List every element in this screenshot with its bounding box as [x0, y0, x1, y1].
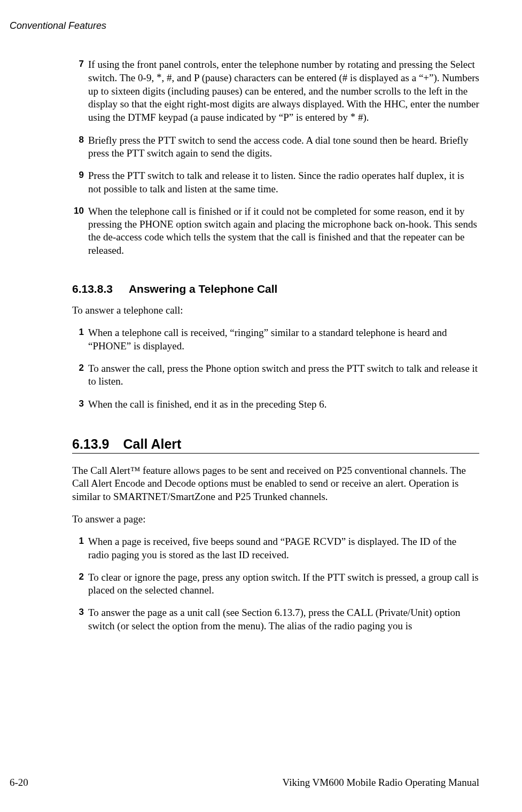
list-item: 10 When the telephone call is finished o… — [72, 205, 479, 257]
paragraph: To answer a telephone call: — [72, 304, 479, 317]
step-number: 7 — [72, 58, 84, 124]
section-heading: 6.13.8.3Answering a Telephone Call — [72, 283, 479, 295]
paragraph: To answer a page: — [72, 513, 479, 526]
list-item: 1 When a telephone call is received, “ri… — [72, 326, 479, 353]
step-number: 1 — [72, 535, 84, 561]
list-item: 3 When the call is finished, end it as i… — [72, 398, 479, 411]
step-text: To clear or ignore the page, press any o… — [88, 571, 479, 597]
document-title: Viking VM600 Mobile Radio Operating Manu… — [283, 777, 479, 788]
step-text: When the telephone call is finished or i… — [88, 205, 479, 257]
section-title: Call Alert — [123, 436, 182, 451]
page-footer: 6-20 Viking VM600 Mobile Radio Operating… — [10, 777, 479, 788]
step-text: Briefly press the PTT switch to send the… — [88, 134, 479, 160]
step-number: 8 — [72, 134, 84, 160]
list-item: 2 To clear or ignore the page, press any… — [72, 571, 479, 597]
list-item: 8 Briefly press the PTT switch to send t… — [72, 134, 479, 160]
section-number: 6.13.8.3 — [72, 283, 113, 295]
list-item: 2 To answer the call, press the Phone op… — [72, 362, 479, 388]
list-item: 9 Press the PTT switch to talk and relea… — [72, 169, 479, 196]
section-number: 6.13.9 — [72, 436, 110, 452]
list-item: 3 To answer the page as a unit call (see… — [72, 606, 479, 633]
text-fragment: #). — [355, 112, 369, 123]
step-text: Press the PTT switch to talk and release… — [88, 169, 479, 196]
step-number: 2 — [72, 362, 84, 388]
step-text: To answer the call, press the Phone opti… — [88, 362, 479, 388]
running-header: Conventional Features — [10, 20, 479, 32]
asterisk-symbol: * — [350, 111, 356, 122]
paragraph: The Call Alert™ feature allows pages to … — [72, 464, 479, 503]
step-number: 1 — [72, 326, 84, 353]
step-text: If using the front panel controls, enter… — [88, 58, 479, 124]
step-number: 3 — [72, 606, 84, 633]
step-text: When the call is finished, end it as in … — [88, 398, 479, 411]
list-item: 7 If using the front panel controls, ent… — [72, 58, 479, 124]
step-number: 3 — [72, 398, 84, 411]
step-text: To answer the page as a unit call (see S… — [88, 606, 479, 633]
step-text: When a telephone call is received, “ring… — [88, 326, 479, 353]
list-item: 1 When a page is received, five beeps so… — [72, 535, 479, 561]
step-number: 2 — [72, 571, 84, 597]
step-text: When a page is received, five beeps soun… — [88, 535, 479, 561]
step-number: 10 — [72, 205, 84, 257]
section-title: Answering a Telephone Call — [129, 283, 278, 295]
page-number: 6-20 — [10, 777, 28, 788]
divider — [72, 453, 479, 454]
section-heading: 6.13.9Call Alert — [72, 436, 479, 452]
asterisk-symbol: * — [157, 72, 162, 83]
step-number: 9 — [72, 169, 84, 196]
